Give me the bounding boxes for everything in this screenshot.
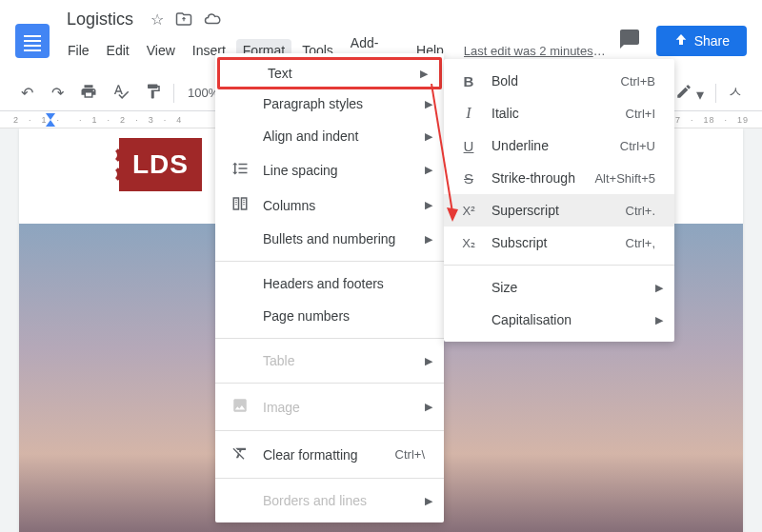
format-text-item[interactable]: Text ▶	[217, 57, 442, 89]
submenu-arrow-icon: ▶	[425, 130, 432, 143]
menu-label: Align and indent	[263, 128, 411, 144]
paint-format-button[interactable]	[141, 79, 166, 108]
text-capitalisation-item[interactable]: Capitalisation ▶	[444, 304, 674, 336]
cloud-status-icon[interactable]	[204, 10, 221, 31]
submenu-arrow-icon: ▶	[425, 355, 432, 367]
menu-file[interactable]: File	[61, 39, 96, 62]
document-title[interactable]: Logistics	[61, 8, 139, 31]
shortcut-label: Alt+Shift+5	[594, 171, 655, 186]
comment-history-button[interactable]	[618, 28, 641, 54]
last-edit-link[interactable]: Last edit was 2 minutes …	[464, 44, 607, 58]
print-button[interactable]	[76, 79, 101, 108]
clear-format-icon	[231, 444, 250, 464]
menu-label: Page numbers	[263, 308, 432, 324]
separator	[215, 383, 444, 384]
text-submenu: B Bold Ctrl+B I Italic Ctrl+I U Underlin…	[444, 59, 674, 342]
menu-edit[interactable]: Edit	[100, 39, 136, 62]
divider	[715, 84, 716, 103]
share-label: Share	[694, 33, 730, 49]
menu-label: Text	[268, 66, 407, 81]
submenu-arrow-icon: ▶	[655, 314, 663, 326]
menu-label: Underline	[491, 138, 607, 153]
menu-label: Bold	[491, 73, 608, 89]
format-align-indent-item[interactable]: Align and indent ▶	[215, 120, 444, 152]
redo-button[interactable]: ↷	[46, 80, 69, 106]
submenu-arrow-icon: ▶	[425, 199, 432, 211]
image-icon	[231, 397, 250, 417]
format-clear-item[interactable]: Clear formatting Ctrl+\	[215, 437, 444, 472]
submenu-arrow-icon: ▶	[420, 68, 428, 80]
move-icon[interactable]	[175, 10, 192, 31]
submenu-arrow-icon: ▶	[425, 164, 432, 176]
submenu-arrow-icon: ▶	[425, 98, 432, 110]
menu-label: Table	[263, 353, 411, 368]
superscript-icon: X²	[459, 204, 478, 218]
text-superscript-item[interactable]: X² Superscript Ctrl+.	[444, 194, 674, 227]
subscript-icon: X₂	[459, 236, 478, 250]
italic-icon: I	[459, 105, 478, 122]
text-strikethrough-item[interactable]: S Strike-through Alt+Shift+5	[444, 162, 674, 194]
format-borders-item: Borders and lines ▶	[215, 484, 444, 517]
star-icon[interactable]: ☆	[150, 10, 164, 31]
shortcut-label: Ctrl+B	[621, 74, 655, 89]
columns-icon	[231, 195, 250, 215]
shortcut-label: Ctrl+I	[626, 107, 655, 121]
lds-logo: LDS	[100, 138, 202, 191]
spellcheck-button[interactable]	[109, 79, 133, 108]
menu-label: Superscript	[491, 203, 612, 218]
submenu-arrow-icon: ▶	[655, 282, 663, 294]
separator	[215, 338, 444, 339]
text-size-item[interactable]: Size ▶	[444, 271, 674, 304]
menu-label: Image	[263, 400, 411, 415]
text-subscript-item[interactable]: X₂ Subscript Ctrl+,	[444, 227, 674, 259]
separator	[444, 265, 674, 266]
menu-label: Italic	[491, 106, 612, 121]
docs-app-icon[interactable]	[15, 24, 50, 58]
format-columns-item[interactable]: Columns ▶	[215, 187, 444, 223]
menu-label: Size	[491, 280, 642, 295]
submenu-arrow-icon: ▶	[425, 233, 432, 246]
format-bullets-item[interactable]: Bullets and numbering ▶	[215, 223, 444, 255]
menu-label: Clear formatting	[263, 447, 382, 463]
menu-label: Bullets and numbering	[263, 231, 411, 246]
shortcut-label: Ctrl+,	[626, 236, 655, 250]
bold-icon: B	[459, 73, 478, 89]
share-button[interactable]: Share	[656, 26, 747, 56]
separator	[215, 478, 444, 479]
format-image-item: Image ▶	[215, 389, 444, 424]
format-paragraph-styles-item[interactable]: Paragraph styles ▶	[215, 88, 444, 120]
format-headers-footers-item[interactable]: Headers and footers	[215, 267, 444, 300]
shortcut-label: Ctrl+.	[626, 204, 655, 218]
text-italic-item[interactable]: I Italic Ctrl+I	[444, 97, 674, 129]
menu-view[interactable]: View	[140, 39, 182, 62]
separator	[215, 430, 444, 431]
text-bold-item[interactable]: B Bold Ctrl+B	[444, 65, 674, 97]
underline-icon: U	[459, 138, 478, 154]
format-line-spacing-item[interactable]: Line spacing ▶	[215, 152, 444, 187]
menu-label: Line spacing	[263, 163, 411, 178]
text-underline-item[interactable]: U Underline Ctrl+U	[444, 129, 674, 162]
menu-label: Subscript	[491, 235, 612, 250]
strikethrough-icon: S	[459, 170, 478, 187]
format-page-numbers-item[interactable]: Page numbers	[215, 300, 444, 332]
format-table-item: Table ▶	[215, 345, 444, 377]
menu-label: Columns	[263, 198, 411, 213]
shortcut-label: Ctrl+U	[620, 139, 655, 153]
menu-label: Borders and lines	[263, 493, 411, 508]
menu-label: Capitalisation	[491, 312, 642, 327]
editing-mode-button[interactable]: ▾	[672, 79, 708, 108]
hide-menus-button[interactable]: ㅅ	[724, 79, 747, 107]
divider	[173, 84, 174, 103]
submenu-arrow-icon: ▶	[425, 495, 432, 507]
menu-label: Headers and footers	[263, 276, 432, 291]
line-spacing-icon	[231, 160, 250, 180]
menu-label: Strike-through	[491, 170, 581, 186]
shortcut-label: Ctrl+\	[395, 447, 425, 462]
format-dropdown: Text ▶ Paragraph styles ▶ Align and inde…	[215, 53, 444, 522]
separator	[215, 261, 444, 262]
undo-button[interactable]: ↶	[15, 80, 38, 106]
submenu-arrow-icon: ▶	[425, 401, 432, 413]
menu-label: Paragraph styles	[263, 96, 411, 111]
